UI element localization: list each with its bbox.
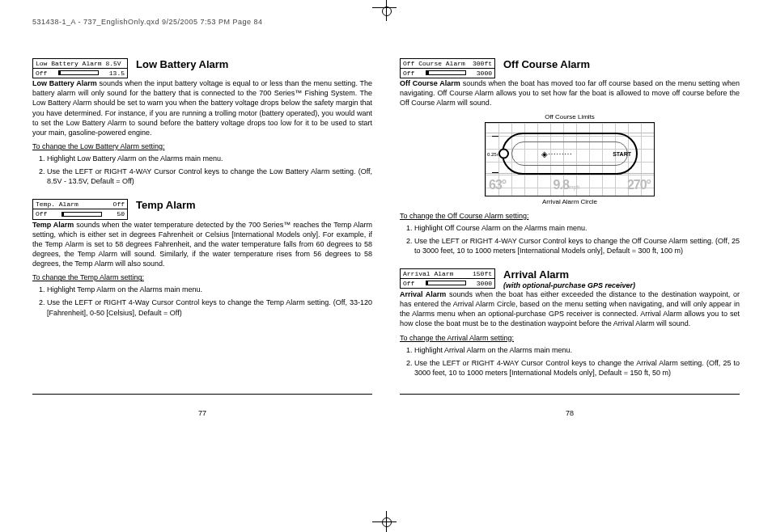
footer-rule (400, 394, 740, 395)
step: Use the LEFT or RIGHT 4-WAY Cursor Contr… (414, 236, 740, 255)
steps-list: Highlight Low Battery Alarm on the Alarm… (47, 154, 372, 186)
body-text: Low Battery Alarm sounds when the input … (32, 78, 372, 137)
left-footer: 77 (32, 391, 372, 417)
instruction-title: To change the Low Battery Alarm setting: (32, 142, 372, 150)
widget-top-right: 300ft (473, 60, 492, 68)
page-number: 77 (32, 409, 372, 417)
body-rest: sounds when the water temperature detect… (32, 221, 372, 268)
slider-icon (426, 70, 466, 75)
section-arrival-alarm: Arrival Alarm 150ft Off 3000 Arrival Ala… (400, 268, 740, 381)
widget-state: Off (403, 280, 414, 288)
section-title: Arrival Alarm (503, 268, 635, 281)
heading-value: 63° (489, 178, 506, 192)
course-value: 270° (627, 178, 651, 192)
figure-frame: 0.25nm ◈⋯⋯⋯ START 63° 9.8 (485, 122, 655, 196)
step: Use the LEFT or RIGHT 4-WAY Cursor Contr… (47, 167, 372, 186)
course-corridor: ◈⋯⋯⋯ START (502, 133, 638, 175)
slider-icon (426, 281, 466, 285)
lead-term: Arrival Alarm (400, 290, 446, 298)
waypoint-icon (498, 148, 509, 158)
section-subtitle: (with optional-purchase GPS receiver) (503, 281, 635, 289)
figure-bottom-label: Arrival Alarm Circle (485, 198, 655, 205)
section-title: Off Course Alarm (503, 58, 590, 70)
section-off-course: Off Course Alarm 300ft Off 3000 Off Cour… (400, 58, 740, 259)
two-page-spread: Low Battery Alarm 8.5V Off 13.5 Low Batt… (32, 58, 740, 417)
speed-unit: mph (569, 184, 580, 190)
step: Highlight Low Battery Alarm on the Alarm… (47, 154, 372, 163)
widget-max: 3000 (477, 280, 492, 288)
section-head: Arrival Alarm 150ft Off 3000 Arrival Ala… (400, 268, 740, 289)
instruction-title: To change the Off Course Alarm setting: (400, 212, 740, 220)
step: Highlight Off Course Alarm on the Alarms… (414, 223, 740, 233)
right-page: Off Course Alarm 300ft Off 3000 Off Cour… (400, 58, 740, 417)
lead-term: Temp Alarm (32, 221, 74, 229)
speed-value: 9.8 (554, 178, 569, 192)
slider-icon (62, 212, 102, 217)
steps-list: Highlight Arrival Alarm on the Alarms ma… (414, 345, 740, 378)
body-rest: sounds when the input battery voltage is… (32, 79, 372, 137)
page-spread: 531438-1_A - 737_EnglishOnly.qxd 9/25/20… (0, 0, 772, 532)
slider-icon (58, 70, 99, 75)
section-title: Low Battery Alarm (136, 58, 228, 70)
page-number: 78 (400, 409, 740, 417)
crop-mark-bottom (380, 516, 392, 527)
menu-widget-arrival: Arrival Alarm 150ft Off 3000 (400, 268, 495, 289)
widget-max: 3000 (477, 70, 492, 78)
widget-max: 50 (117, 210, 125, 218)
section-head: Off Course Alarm 300ft Off 3000 Off Cour… (400, 58, 740, 78)
section-title: Temp Alarm (136, 199, 196, 211)
body-text: Temp Alarm sounds when the water tempera… (32, 220, 372, 269)
section-temp-alarm: Temp. Alarm Off Off 50 Temp Alarm Temp A… (32, 199, 372, 320)
body-rest: sounds when the boat has either exceeded… (400, 290, 740, 327)
widget-state: Off (403, 70, 414, 78)
widget-label: Temp. Alarm (36, 201, 78, 209)
widget-label: Off Course Alarm (403, 60, 465, 68)
start-label: START (613, 150, 631, 156)
widget-label: Low Battery Alarm 8.5V (36, 60, 121, 68)
steps-list: Highlight Temp Alarm on the Alarms main … (47, 285, 372, 317)
section-head: Low Battery Alarm 8.5V Off 13.5 Low Batt… (32, 58, 372, 78)
instruction-title: To change the Arrival Alarm setting: (400, 334, 740, 342)
widget-label: Arrival Alarm (403, 270, 453, 278)
step: Use the LEFT or RIGHT 4-WAY Cursor Contr… (414, 358, 740, 378)
steps-list: Highlight Off Course Alarm on the Alarms… (414, 223, 740, 255)
widget-max: 13.5 (109, 70, 125, 78)
widget-top-right: Off (113, 201, 125, 209)
off-course-figure: Off Course Limits 0.25nm ◈⋯⋯⋯ START (485, 113, 655, 205)
body-text: Off Course Alarm sounds when the boat ha… (400, 78, 740, 108)
footer-rule (32, 394, 372, 395)
lead-term: Low Battery Alarm (32, 79, 97, 87)
menu-widget-offcourse: Off Course Alarm 300ft Off 3000 (400, 58, 495, 78)
instruction-title: To change the Temp Alarm setting: (32, 273, 372, 281)
left-page: Low Battery Alarm 8.5V Off 13.5 Low Batt… (32, 58, 372, 417)
boat-icon: ◈⋯⋯⋯ (541, 149, 572, 158)
body-text: Arrival Alarm sounds when the boat has e… (400, 289, 740, 329)
menu-widget-low-battery: Low Battery Alarm 8.5V Off 13.5 (32, 58, 128, 78)
lead-term: Off Course Alarm (400, 79, 460, 87)
step: Highlight Temp Alarm on the Alarms main … (47, 285, 372, 294)
status-strip: 63° 9.8 mph 270° (489, 178, 651, 192)
crop-mark-top (380, 5, 392, 16)
section-low-battery: Low Battery Alarm 8.5V Off 13.5 Low Batt… (32, 58, 372, 189)
step: Highlight Arrival Alarm on the Alarms ma… (414, 345, 740, 355)
menu-widget-temp: Temp. Alarm Off Off 50 (32, 199, 128, 219)
widget-top-right: 150ft (473, 270, 492, 278)
step: Use the LEFT or RIGHT 4-Way Cursor Contr… (47, 298, 372, 317)
section-head: Temp. Alarm Off Off 50 Temp Alarm (32, 199, 372, 219)
widget-state: Off (36, 70, 47, 78)
figure-top-label: Off Course Limits (485, 113, 655, 120)
widget-state: Off (36, 210, 47, 218)
right-footer: 78 (400, 391, 740, 417)
